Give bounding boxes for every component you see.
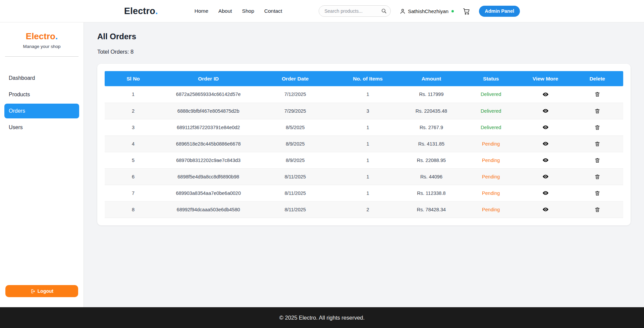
cell-no-items: 1	[335, 86, 400, 103]
cell-sl-no: 6	[105, 168, 162, 185]
delete-button[interactable]	[593, 172, 602, 181]
admin-panel-button[interactable]: Admin Panel	[479, 6, 520, 17]
navbar-brand: Electro.	[124, 6, 158, 16]
view-more-button[interactable]	[541, 123, 550, 132]
cell-amount: Rs. 112338.8	[400, 185, 463, 201]
cell-status: Pending	[463, 185, 520, 201]
navbar-inner: Electro. Home About Shop Contact	[124, 5, 520, 17]
trash-icon	[594, 174, 600, 180]
content-row: Electro. Manage your shop Dashboard Prod…	[0, 22, 644, 307]
search-box	[319, 5, 391, 17]
cell-order-id: 6888c9bfbf467e8054875d2b	[162, 103, 255, 119]
view-more-button[interactable]	[541, 139, 550, 148]
header-status: Status	[463, 71, 520, 86]
delete-button[interactable]	[593, 123, 602, 132]
sidebar-item-dashboard[interactable]: Dashboard	[4, 71, 79, 86]
view-more-button[interactable]	[541, 188, 550, 198]
table-row: 6 6898f5e4d9a8cc8df6890b98 8/11/2025 1 R…	[105, 168, 623, 185]
view-more-button[interactable]	[541, 106, 550, 115]
table-row: 3 689112f3672203791e84e0d2 8/5/2025 1 Rs…	[105, 119, 623, 135]
brand-dot: .	[155, 6, 158, 16]
logout-icon	[30, 289, 35, 294]
cell-order-id: 689903a8354aa7e0be6a0020	[162, 185, 255, 201]
trash-icon	[594, 157, 600, 163]
cell-view-more	[520, 119, 572, 135]
search-icon[interactable]	[381, 8, 387, 14]
cell-amount: Rs. 2767.9	[400, 119, 463, 135]
page: Electro. Home About Shop Contact	[0, 0, 644, 328]
cell-order-date: 8/9/2025	[255, 152, 335, 168]
header-order-date: Order Date	[255, 71, 335, 86]
header-amount: Amount	[400, 71, 463, 86]
eye-icon	[542, 157, 549, 163]
cell-view-more	[520, 185, 572, 201]
nav-link-home[interactable]: Home	[195, 8, 208, 14]
cell-amount: Rs. 22088.95	[400, 152, 463, 168]
cell-sl-no: 7	[105, 185, 162, 201]
cell-delete	[571, 152, 623, 168]
delete-button[interactable]	[593, 156, 602, 165]
table-row: 2 6888c9bfbf467e8054875d2b 7/29/2025 3 R…	[105, 103, 623, 119]
table-row: 8 68992f94dcaaa503e6db4580 8/11/2025 2 R…	[105, 201, 623, 218]
cell-sl-no: 2	[105, 103, 162, 119]
cell-status: Delivered	[463, 86, 520, 103]
cell-delete	[571, 103, 623, 119]
cell-amount: Rs. 44096	[400, 168, 463, 185]
sidebar-item-label: Products	[9, 92, 30, 98]
cell-view-more	[520, 168, 572, 185]
delete-button[interactable]	[593, 140, 602, 148]
cell-order-id: 6898f5e4d9a8cc8df6890b98	[162, 168, 255, 185]
table-row: 5 68970b8312202c9ae7c843d3 8/9/2025 1 Rs…	[105, 152, 623, 168]
sidebar-menu: Dashboard Products Orders Users	[0, 71, 84, 135]
cell-delete	[571, 185, 623, 201]
cell-sl-no: 3	[105, 119, 162, 135]
user-icon	[399, 8, 406, 14]
header-order-id: Order ID	[162, 71, 255, 86]
view-more-button[interactable]	[541, 205, 550, 214]
cell-amount: Rs. 78428.34	[400, 201, 463, 218]
cell-no-items: 1	[335, 119, 400, 135]
table-row: 4 6896518e28c445b0886e6678 8/9/2025 1 Rs…	[105, 135, 623, 152]
eye-icon	[542, 141, 549, 147]
cell-sl-no: 4	[105, 135, 162, 152]
nav-link-about[interactable]: About	[218, 8, 232, 14]
cart-icon[interactable]	[463, 7, 470, 15]
nav-link-contact[interactable]: Contact	[264, 8, 282, 14]
trash-icon	[594, 124, 600, 130]
page-title: All Orders	[97, 32, 631, 41]
cell-order-id: 68970b8312202c9ae7c843d3	[162, 152, 255, 168]
delete-button[interactable]	[593, 205, 602, 214]
cell-sl-no: 1	[105, 86, 162, 103]
delete-button[interactable]	[593, 90, 602, 99]
sidebar-item-products[interactable]: Products	[4, 87, 79, 102]
sidebar: Electro. Manage your shop Dashboard Prod…	[0, 22, 84, 307]
cell-no-items: 1	[335, 135, 400, 152]
cell-delete	[571, 168, 623, 185]
cell-status: Pending	[463, 168, 520, 185]
footer-text: © 2025 Electro. All rights reserved.	[279, 315, 365, 321]
view-more-button[interactable]	[541, 172, 550, 181]
sidebar-item-orders[interactable]: Orders	[4, 104, 79, 118]
view-more-button[interactable]	[541, 156, 550, 165]
logout-button[interactable]: Logout	[5, 285, 78, 297]
cell-amount: Rs. 117999	[400, 86, 463, 103]
cell-status: Delivered	[463, 119, 520, 135]
cell-sl-no: 5	[105, 152, 162, 168]
cell-view-more	[520, 201, 572, 218]
cell-no-items: 2	[335, 201, 400, 218]
table-row: 1 6872a258659334c66142d57e 7/12/2025 1 R…	[105, 86, 623, 103]
orders-table-body: 1 6872a258659334c66142d57e 7/12/2025 1 R…	[105, 86, 623, 218]
cell-status: Pending	[463, 201, 520, 218]
delete-button[interactable]	[593, 107, 602, 115]
nav-link-shop[interactable]: Shop	[242, 8, 254, 14]
view-more-button[interactable]	[541, 90, 550, 99]
top-navbar: Electro. Home About Shop Contact	[0, 0, 644, 22]
sidebar-item-label: Dashboard	[9, 75, 35, 81]
search-input[interactable]	[319, 5, 391, 17]
sidebar-item-users[interactable]: Users	[4, 120, 79, 135]
user-menu[interactable]: SathishChezhiyan	[399, 8, 454, 14]
cell-order-date: 7/29/2025	[255, 103, 335, 119]
cell-no-items: 1	[335, 168, 400, 185]
user-name: SathishChezhiyan	[408, 8, 448, 14]
delete-button[interactable]	[593, 189, 602, 198]
